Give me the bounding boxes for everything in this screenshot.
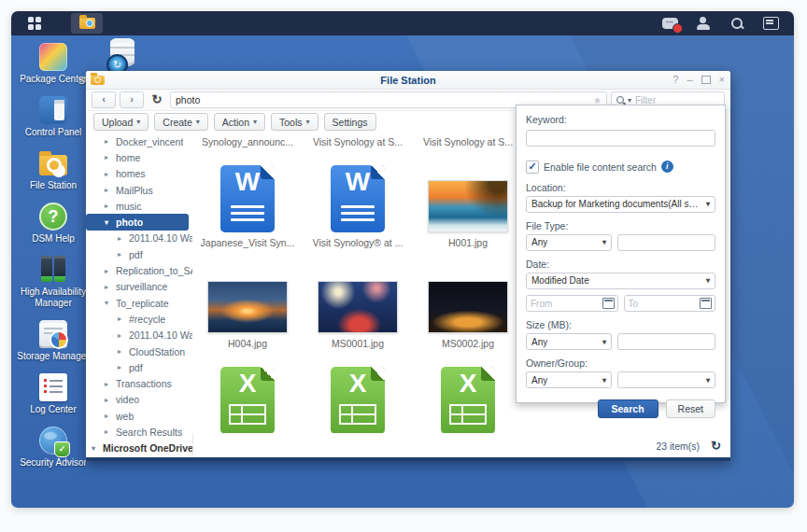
size-label: Size (MB): (526, 319, 715, 330)
tree-item-video[interactable]: ▸video (86, 392, 192, 408)
size-select[interactable]: Any ▾ (526, 333, 612, 350)
file-ms0002-jpg[interactable]: MS0002.jpg (413, 248, 523, 349)
file-type-select[interactable]: Any ▾ (526, 234, 612, 251)
tree-item-pdf[interactable]: ▸pdf (86, 359, 192, 375)
desktop-icon-storage-manager[interactable]: Storage Manager (13, 320, 93, 362)
file-label-clipped[interactable]: Visit Synology at S... (413, 131, 523, 147)
date-from-box (526, 294, 618, 313)
tree-item-replication-to-sac[interactable]: ▸Replication_to_SAC (86, 262, 192, 278)
taskbar-item-file-station[interactable] (71, 13, 103, 34)
file-name: H004.jpg (228, 338, 267, 349)
tree-item-synology2015-gmail-c[interactable]: ▸synology2015@gmail.c (86, 456, 192, 457)
tree-item-transactions[interactable]: ▸Transactions (86, 375, 192, 391)
desktop-icon-file-station[interactable]: File Station (13, 149, 93, 191)
search-button[interactable] (723, 13, 751, 34)
tree-item-music[interactable]: ▸music (86, 198, 192, 214)
owner-select[interactable]: Any ▾ (526, 371, 612, 388)
toolbar-button-settings[interactable]: Settings (324, 113, 376, 131)
maximize-button[interactable] (701, 76, 711, 84)
file-label-clipped[interactable]: Synology_announc... (192, 131, 303, 147)
tree-item-label: Microsoft OneDrive (103, 442, 192, 454)
widgets-button[interactable] (757, 13, 785, 34)
control-panel-icon (39, 96, 67, 124)
bookmark-star-icon[interactable]: ★ (593, 95, 602, 105)
location-select[interactable]: Backup for Marketing documents(All subfo… (526, 196, 715, 213)
forward-button[interactable]: › (120, 91, 144, 108)
file-excel-xls[interactable]: Xexcel.xls (303, 349, 413, 433)
tree-item-mailplus[interactable]: ▸MailPlus (86, 182, 192, 198)
toolbar-button-create[interactable]: Create▾ (154, 113, 208, 131)
tree-item-label: 2011.04.10 Water F (129, 329, 192, 341)
file-h004-jpg[interactable]: H004.jpg (192, 248, 303, 349)
tree-item-label: Replication_to_SAC (116, 265, 192, 276)
tree-item-search-results[interactable]: ▸Search Results (86, 424, 192, 440)
file-address-xls[interactable]: Xaddress.xls (192, 349, 303, 433)
chevron-right-icon: ▸ (105, 170, 112, 178)
minimize-button[interactable]: – (687, 75, 692, 85)
calendar-icon[interactable] (700, 298, 712, 309)
search-submit-button[interactable]: Search (598, 399, 658, 418)
tree-item-docker-vincent[interactable]: ▸Docker_vincent (86, 133, 192, 149)
refresh-button[interactable]: ↻ (148, 92, 166, 107)
filter-caret-icon[interactable]: ▾ (628, 96, 631, 105)
file-japanese-visit-syn[interactable]: WJapanese_Visit Syn... (192, 147, 303, 248)
file-h001-jpg[interactable]: H001.jpg (413, 147, 523, 248)
notification-badge (672, 23, 683, 34)
close-button[interactable]: × (719, 75, 725, 85)
tree-item-label: MailPlus (116, 185, 153, 196)
tree-item-home[interactable]: ▸home (86, 149, 192, 165)
toolbar-button-action[interactable]: Action▾ (214, 113, 265, 131)
toolbar-button-label: Settings (333, 117, 368, 128)
toolbar-button-upload[interactable]: Upload▾ (93, 113, 149, 131)
file-ms0001-jpg[interactable]: MS0001.jpg (303, 248, 413, 349)
tree-item-2011-04-10-water-f[interactable]: ▸2011.04.10 Water F (86, 328, 192, 343)
back-button[interactable]: ‹ (92, 91, 116, 108)
desktop-icon-control-panel[interactable]: Control Panel (13, 96, 93, 138)
tree-item-pdf[interactable]: ▸pdf (86, 246, 192, 262)
desktop-icon-high-availability-manager[interactable]: High Availability Manager (13, 256, 93, 309)
file-type-label: File Type: (526, 220, 715, 231)
notifications-button[interactable]: ··· (656, 13, 684, 34)
reset-button[interactable]: Reset (666, 399, 715, 418)
help-button[interactable]: ? (672, 75, 678, 85)
tree-item-cloudstation[interactable]: ▸CloudStation (86, 343, 192, 359)
info-icon[interactable]: i (661, 161, 673, 173)
hyper-backup-desktop-icon[interactable] (105, 38, 142, 76)
toolbar-button-tools[interactable]: Tools▾ (271, 113, 319, 131)
chevron-down-icon: ▾ (105, 218, 112, 227)
user-menu-button[interactable] (689, 13, 717, 34)
file-label-clipped[interactable]: Visit Synology at S... (303, 131, 413, 147)
tree-item-homes[interactable]: ▸homes (86, 166, 192, 182)
tree-item-recycle[interactable]: ▸#recycle (86, 311, 192, 327)
file-type-extra-input[interactable] (617, 234, 715, 251)
desktop-icon-label: Log Center (30, 404, 76, 415)
size-extra-input[interactable] (617, 333, 715, 350)
tree-item-to-replicate[interactable]: ▾To_replicate (86, 295, 192, 311)
excel-document-icon: X (441, 367, 495, 433)
desktop-icon-dsm-help[interactable]: DSM Help (13, 203, 93, 245)
ha-manager-icon (39, 256, 67, 284)
calendar-icon[interactable] (602, 298, 615, 309)
tree-item-microsoft-onedrive[interactable]: ▾Microsoft OneDrive (86, 441, 192, 456)
keyword-input[interactable] (526, 130, 715, 147)
file-visit-synology-at[interactable]: WVisit Synology® at ... (303, 147, 413, 248)
tree-item-surveillance[interactable]: ▸surveillance (86, 279, 192, 295)
refresh-list-icon[interactable]: ↻ (711, 439, 721, 453)
chevron-down-icon: ▾ (196, 118, 200, 126)
file-name: H001.jpg (448, 237, 488, 248)
content-search-checkbox[interactable]: ✓ (526, 161, 539, 174)
desktop-icon-security-advisor[interactable]: Security Advisor (13, 427, 93, 469)
file-sampledata-xls[interactable]: XSampleData.xls (413, 349, 523, 433)
tree-item-photo[interactable]: ▾photo (86, 214, 189, 230)
file-type-value: Any (531, 237, 547, 247)
window-titlebar[interactable]: File Station ? – × (86, 71, 730, 90)
tree-item-web[interactable]: ▸web (86, 408, 192, 424)
main-menu-button[interactable] (21, 13, 49, 34)
word-document-icon: W (220, 165, 275, 232)
date-type-select[interactable]: Modified Date ▾ (526, 273, 715, 289)
owner-extra-select[interactable]: ▾ (617, 371, 715, 388)
filter-search-icon (616, 95, 626, 105)
tree-item-2011-04-10-water-f[interactable]: ▸2011.04.10 Water F (86, 231, 192, 246)
desktop-icon-log-center[interactable]: Log Center (13, 373, 93, 415)
file-name: Synology_announc... (202, 136, 293, 147)
